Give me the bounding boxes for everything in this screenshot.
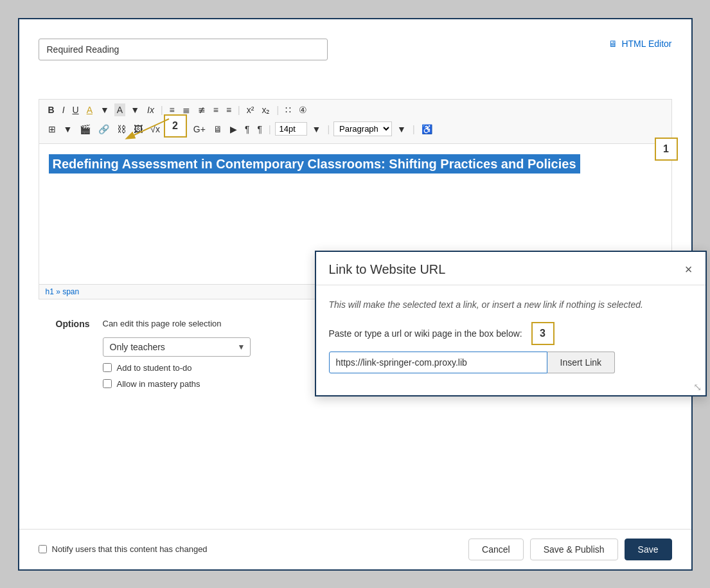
unordered-list-button[interactable]: ∷ bbox=[283, 103, 294, 116]
role-label: Can edit this page role selection bbox=[103, 319, 251, 328]
unlink-button[interactable]: ⛓ bbox=[114, 123, 129, 136]
mastery-paths-checkbox-row[interactable]: Allow in mastery paths bbox=[103, 379, 251, 389]
link-button[interactable]: 🔗 bbox=[96, 123, 112, 136]
page-title-input[interactable] bbox=[39, 39, 328, 60]
clear-format-button[interactable]: Ix bbox=[145, 103, 157, 116]
sep6: | bbox=[413, 124, 415, 134]
font-size-input[interactable] bbox=[275, 122, 307, 136]
footer-bar: Notify users that this content has chang… bbox=[19, 529, 691, 569]
annotation-1: 1 bbox=[655, 138, 678, 161]
url-label-text: Paste or type a url or wiki page in the … bbox=[329, 328, 522, 339]
url-row: Insert Link bbox=[329, 352, 693, 373]
table-button[interactable]: ⊞ bbox=[46, 123, 58, 136]
options-label: Options bbox=[45, 319, 90, 389]
highlight-button[interactable]: A bbox=[114, 103, 125, 116]
embed-button[interactable]: 🖥 bbox=[211, 123, 225, 136]
font-color-button[interactable]: A bbox=[84, 103, 95, 116]
paragraph-select[interactable]: Paragraph bbox=[333, 121, 392, 136]
align-right-button[interactable]: ≢ bbox=[195, 103, 208, 116]
html-editor-label: HTML Editor bbox=[621, 39, 671, 49]
html-editor-link[interactable]: 🖥 HTML Editor bbox=[608, 39, 671, 49]
math-button[interactable]: √x bbox=[148, 123, 163, 136]
student-todo-checkbox[interactable] bbox=[103, 363, 112, 372]
ordered-list-button[interactable]: ④ bbox=[296, 103, 310, 116]
editor-toolbar: B I U A ▼ A ▼ Ix | ≡ ≣ ≢ ≡ ≡ | x² x₂ | ∷… bbox=[39, 99, 672, 143]
modal-body: This will make the selected text a link,… bbox=[316, 285, 706, 380]
align-justify-button[interactable]: ≡ bbox=[211, 103, 221, 116]
superscript-button[interactable]: x² bbox=[244, 103, 257, 116]
notify-label: Notify users that this content has chang… bbox=[52, 544, 208, 554]
url-input[interactable] bbox=[329, 352, 547, 373]
save-button[interactable]: Save bbox=[625, 539, 672, 560]
options-controls: Can edit this page role selection Only t… bbox=[103, 319, 251, 389]
italic-button[interactable]: I bbox=[60, 103, 67, 116]
breadcrumb: h1 » span bbox=[46, 287, 80, 296]
annotation-1-wrapper: 1 bbox=[655, 138, 678, 161]
accessibility-button[interactable]: ♿ bbox=[419, 123, 435, 136]
role-select-wrapper: Only teachers Teachers and TAs Anyone ▼ bbox=[103, 337, 251, 357]
url-label: Paste or type a url or wiki page in the … bbox=[329, 322, 693, 345]
underline-button[interactable]: U bbox=[70, 103, 82, 116]
paragraph-dropdown[interactable]: ▼ bbox=[395, 123, 409, 136]
selected-text: Redefining Assessment in Contemporary Cl… bbox=[49, 154, 580, 174]
table-dropdown[interactable]: ▼ bbox=[61, 123, 75, 136]
main-container: 🖥 HTML Editor 2 B I U A ▼ A ▼ Ix | ≡ bbox=[18, 18, 693, 571]
notify-checkbox[interactable] bbox=[39, 545, 47, 553]
subscript-button[interactable]: x₂ bbox=[259, 103, 272, 116]
highlight-dropdown[interactable]: ▼ bbox=[128, 103, 142, 116]
insert-link-button[interactable]: Insert Link bbox=[547, 352, 616, 373]
indent-button[interactable]: ≡ bbox=[224, 103, 234, 116]
sep5: | bbox=[327, 124, 330, 134]
student-todo-label: Add to student to-do bbox=[117, 363, 192, 373]
save-publish-button[interactable]: Save & Publish bbox=[530, 539, 618, 560]
html-editor-icon: 🖥 bbox=[608, 39, 617, 49]
mastery-paths-checkbox[interactable] bbox=[103, 379, 112, 388]
toolbar-row-2: ⊞ ▼ 🎬 🔗 ⛓ 🖼 √x YouTube G+ 🖥 ▶ ¶ ¶ | ▼ | … bbox=[46, 119, 665, 139]
media-button[interactable]: 🎬 bbox=[77, 123, 93, 136]
bold-button[interactable]: B bbox=[46, 103, 57, 116]
cancel-button[interactable]: Cancel bbox=[468, 539, 524, 560]
font-size-down[interactable]: ▼ bbox=[310, 123, 324, 136]
sep3: | bbox=[276, 105, 279, 115]
role-select[interactable]: Only teachers Teachers and TAs Anyone bbox=[103, 337, 251, 357]
annotation-3: 3 bbox=[531, 322, 555, 345]
google-button[interactable]: G+ bbox=[191, 123, 208, 136]
annotation-2: 2 bbox=[164, 114, 187, 138]
modal-title: Link to Website URL bbox=[329, 262, 446, 277]
modal-header: Link to Website URL × bbox=[316, 252, 706, 285]
sep1: | bbox=[161, 105, 163, 115]
video-button[interactable]: ▶ bbox=[227, 123, 240, 136]
modal-resize-handle: ⤡ bbox=[316, 380, 706, 395]
modal-close-button[interactable]: × bbox=[685, 263, 693, 276]
font-size-dropdown[interactable]: ▼ bbox=[98, 103, 112, 116]
notify-row: Notify users that this content has chang… bbox=[39, 544, 208, 554]
image-button[interactable]: 🖼 bbox=[131, 123, 145, 136]
student-todo-checkbox-row[interactable]: Add to student to-do bbox=[103, 363, 251, 373]
pilcrow-button[interactable]: ¶ bbox=[242, 123, 253, 136]
annotation-3-wrapper: 3 bbox=[531, 322, 555, 345]
pilcrow2-button[interactable]: ¶ bbox=[254, 123, 265, 136]
toolbar-row-1: B I U A ▼ A ▼ Ix | ≡ ≣ ≢ ≡ ≡ | x² x₂ | ∷… bbox=[46, 103, 665, 116]
footer-buttons: Cancel Save & Publish Save bbox=[468, 539, 671, 560]
modal-description: This will make the selected text a link,… bbox=[329, 298, 693, 312]
link-modal: Link to Website URL × This will make the… bbox=[315, 251, 707, 396]
resize-icon: ⤡ bbox=[693, 382, 702, 393]
sep2: | bbox=[238, 105, 240, 115]
mastery-paths-label: Allow in mastery paths bbox=[117, 379, 200, 389]
sep4: | bbox=[269, 124, 271, 134]
